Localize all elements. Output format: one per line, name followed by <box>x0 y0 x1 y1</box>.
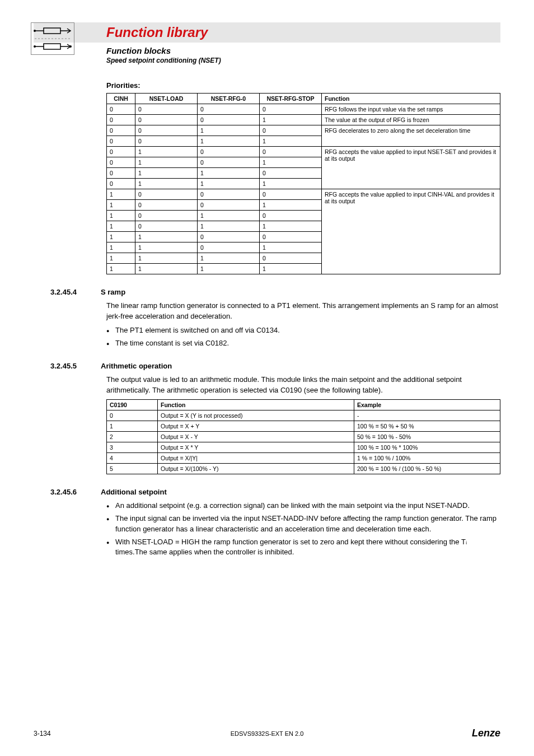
cell: 1 <box>107 253 135 264</box>
sec-num-arith: 3.2.45.5 <box>50 362 101 370</box>
cell: 1 <box>198 253 260 264</box>
table-row: 0010RFG decelerates to zero along the se… <box>107 125 500 136</box>
cell: 1 <box>198 125 260 136</box>
cell: 1 <box>260 200 322 211</box>
cell: 0 <box>260 168 322 179</box>
cell: 1 <box>260 221 322 232</box>
cell: Output = X + Y <box>158 421 354 432</box>
cell: 0 <box>107 157 135 168</box>
table-row: 0Output = X (Y is not processed)- <box>107 410 500 421</box>
cell: 1 <box>107 189 135 200</box>
cell: 0 <box>107 410 158 421</box>
cell: 0 <box>260 232 322 242</box>
cell: 0 <box>198 200 260 211</box>
cell: 1 <box>107 232 135 242</box>
list-item: The PT1 element is switched on and off v… <box>106 325 500 336</box>
cell: 1 <box>135 168 198 179</box>
priorities-table: CINH NSET-LOAD NSET-RFG-0 NSET-RFG-STOP … <box>106 93 500 274</box>
cell: 0 <box>198 232 260 242</box>
cell: 5 <box>107 464 158 474</box>
cell: 1 <box>198 168 260 179</box>
cell: 1 <box>198 179 260 189</box>
th-arith-ex: Example <box>354 400 500 410</box>
cell: 0 <box>260 253 322 264</box>
cell: 0 <box>135 115 198 125</box>
cell: 1 <box>107 421 158 432</box>
table-row: 0000RFG follows the input value via the … <box>107 104 500 115</box>
table-row: 5Output = X/(100% - Y)200 % = 100 % / (1… <box>107 464 500 474</box>
page-title: Function library <box>106 25 208 40</box>
cell: 0 <box>260 189 322 200</box>
cell: Output = X/(100% - Y) <box>158 464 354 474</box>
sec-title-s-ramp: S ramp <box>101 288 125 296</box>
cell: 0 <box>198 157 260 168</box>
priorities-heading: Priorities: <box>106 81 500 90</box>
cell: 2 <box>107 432 158 442</box>
cell: 1 <box>107 221 135 232</box>
cell: 1 <box>198 211 260 221</box>
header-band: Function library <box>34 22 500 43</box>
cell: Output = X/|Y| <box>158 453 354 464</box>
th-nset-load: NSET-LOAD <box>135 94 198 104</box>
svg-point-9 <box>69 45 72 48</box>
cell: 0 <box>260 104 322 115</box>
cell: 0 <box>107 104 135 115</box>
cell: 0 <box>135 211 198 221</box>
list-item: The time constant is set via C0182. <box>106 338 500 349</box>
cell: 0 <box>107 115 135 125</box>
s-ramp-para: The linear ramp function generator is co… <box>106 301 500 322</box>
fb-diagram-icon <box>31 22 74 55</box>
page-footer: 3-134 EDSVS9332S-EXT EN 2.0 Lenze <box>34 727 500 739</box>
table-row: 1000RFG accepts the value applied to inp… <box>107 189 500 200</box>
cell: 1 <box>260 264 322 274</box>
cell: 0 <box>135 189 198 200</box>
cell: 1 <box>260 157 322 168</box>
cell: 50 % = 100 % - 50% <box>354 432 500 442</box>
table-row: 1Output = X + Y100 % = 50 % + 50 % <box>107 421 500 432</box>
cell: 1 <box>135 147 198 157</box>
svg-rect-7 <box>44 44 60 49</box>
subtitle-1: Function blocks <box>106 46 500 55</box>
cell: 0 <box>135 221 198 232</box>
s-ramp-bullets: The PT1 element is switched on and off v… <box>106 325 500 349</box>
cell: 1 <box>135 253 198 264</box>
cell: 1 <box>135 179 198 189</box>
list-item: The input signal can be inverted via the… <box>106 514 500 535</box>
cell: 4 <box>107 453 158 464</box>
cell: 1 <box>135 232 198 242</box>
cell: 0 <box>135 136 198 147</box>
cell: 0 <box>198 242 260 253</box>
cell-function: RFG accepts the value applied to input N… <box>322 147 500 189</box>
cell: 0 <box>198 147 260 157</box>
cell: 1 <box>260 136 322 147</box>
cell: 0 <box>107 136 135 147</box>
cell: - <box>354 410 500 421</box>
list-item: An additional setpoint (e.g. a correctio… <box>106 501 500 511</box>
cell: 0 <box>260 147 322 157</box>
cell: 1 <box>135 242 198 253</box>
cell: 1 <box>107 200 135 211</box>
th-function: Function <box>322 94 500 104</box>
cell: 0 <box>260 125 322 136</box>
th-c0190: C0190 <box>107 400 158 410</box>
cell: 1 <box>260 242 322 253</box>
table-row: 3Output = X * Y100 % = 100 % * 100% <box>107 442 500 453</box>
cell-function: RFG accepts the value applied to input C… <box>322 189 500 274</box>
table-row: 0001The value at the output of RFG is fr… <box>107 115 500 125</box>
cell: 1 <box>135 264 198 274</box>
cell: 0 <box>135 200 198 211</box>
cell: Output = X (Y is not processed) <box>158 410 354 421</box>
arith-para: The output value is led to an arithmetic… <box>106 375 500 396</box>
table-row: 2Output = X - Y50 % = 100 % - 50% <box>107 432 500 442</box>
cell: 0 <box>107 168 135 179</box>
cell: 1 <box>135 157 198 168</box>
cell: 0 <box>135 125 198 136</box>
cell-function: The value at the output of RFG is frozen <box>322 115 500 125</box>
sec-title-arith: Arithmetic operation <box>101 362 172 370</box>
arith-table: C0190 Function Example 0Output = X (Y is… <box>106 399 500 474</box>
cell: 1 <box>260 179 322 189</box>
cell: Output = X * Y <box>158 442 354 453</box>
svg-point-1 <box>34 30 36 32</box>
cell: 0 <box>107 147 135 157</box>
cell: 1 % = 100 % / 100% <box>354 453 500 464</box>
